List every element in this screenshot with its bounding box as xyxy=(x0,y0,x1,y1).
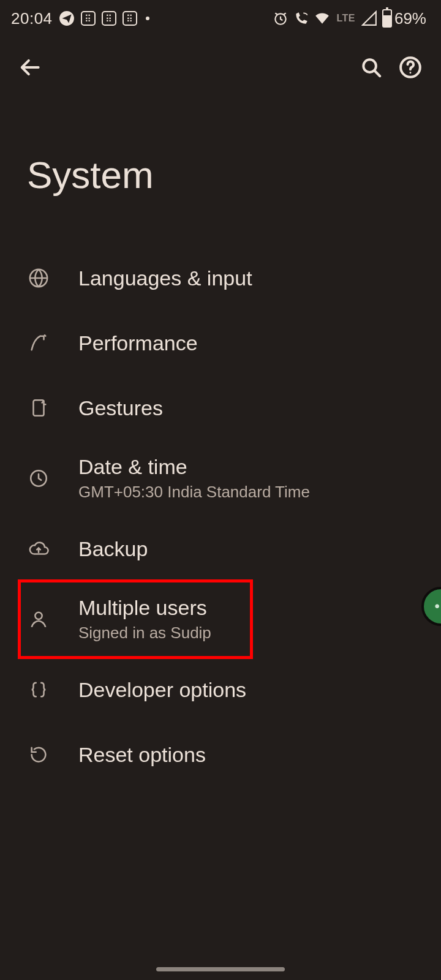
item-subtitle: Signed in as Sudip xyxy=(78,624,211,643)
navigation-handle[interactable] xyxy=(156,967,285,971)
item-title: Gestures xyxy=(78,396,163,420)
search-button[interactable] xyxy=(358,54,385,81)
status-right: LTE 69% xyxy=(273,9,426,28)
svg-point-4 xyxy=(410,72,412,74)
item-title: Date & time xyxy=(78,455,310,479)
settings-list: Languages & input Performance Gestures D… xyxy=(0,246,441,787)
notification-icon xyxy=(81,11,96,26)
item-backup[interactable]: Backup xyxy=(0,516,441,581)
reset-icon xyxy=(27,743,50,766)
item-developer-options[interactable]: Developer options xyxy=(0,657,441,722)
toolbar xyxy=(0,37,441,98)
page-title: System xyxy=(0,98,441,246)
telegram-icon xyxy=(59,10,75,26)
help-button[interactable] xyxy=(397,54,424,81)
status-time: 20:04 xyxy=(11,9,53,28)
item-performance[interactable]: Performance xyxy=(0,311,441,375)
item-subtitle: GMT+05:30 India Standard Time xyxy=(78,483,310,502)
alarm-icon xyxy=(273,10,288,26)
notification-icon xyxy=(123,11,137,26)
item-title: Backup xyxy=(78,537,148,561)
status-left: 20:04 xyxy=(11,9,149,28)
status-bar: 20:04 LTE 69% xyxy=(0,0,441,37)
item-title: Performance xyxy=(78,331,198,355)
signal-icon xyxy=(361,10,377,26)
wifi-icon xyxy=(314,10,330,26)
battery-percent: 69% xyxy=(394,9,426,28)
braces-icon xyxy=(27,678,50,701)
gestures-icon xyxy=(27,396,50,420)
back-button[interactable] xyxy=(17,54,44,81)
item-languages-input[interactable]: Languages & input xyxy=(0,246,441,311)
item-reset-options[interactable]: Reset options xyxy=(0,722,441,787)
more-notifications-icon xyxy=(146,17,149,20)
battery-icon xyxy=(382,9,392,28)
search-icon xyxy=(360,56,383,79)
help-icon xyxy=(399,56,422,79)
item-title: Developer options xyxy=(78,678,246,702)
cloud-upload-icon xyxy=(27,537,50,560)
battery-status: 69% xyxy=(382,9,426,28)
item-date-time[interactable]: Date & time GMT+05:30 India Standard Tim… xyxy=(0,440,441,516)
performance-icon xyxy=(27,331,50,355)
clock-icon xyxy=(27,467,50,490)
network-type-label: LTE xyxy=(336,13,355,24)
notification-icon xyxy=(102,11,116,26)
globe-icon xyxy=(27,266,50,290)
item-title: Languages & input xyxy=(78,266,252,290)
arrow-left-icon xyxy=(19,56,42,79)
person-icon xyxy=(27,608,50,631)
item-multiple-users[interactable]: Multiple users Signed in as Sudip xyxy=(20,581,251,657)
item-title: Reset options xyxy=(78,743,206,767)
more-dots-icon: •• xyxy=(435,598,441,615)
item-gestures[interactable]: Gestures xyxy=(0,375,441,440)
item-title: Multiple users xyxy=(78,596,211,620)
wifi-calling-icon xyxy=(293,10,309,26)
svg-point-8 xyxy=(35,612,42,619)
